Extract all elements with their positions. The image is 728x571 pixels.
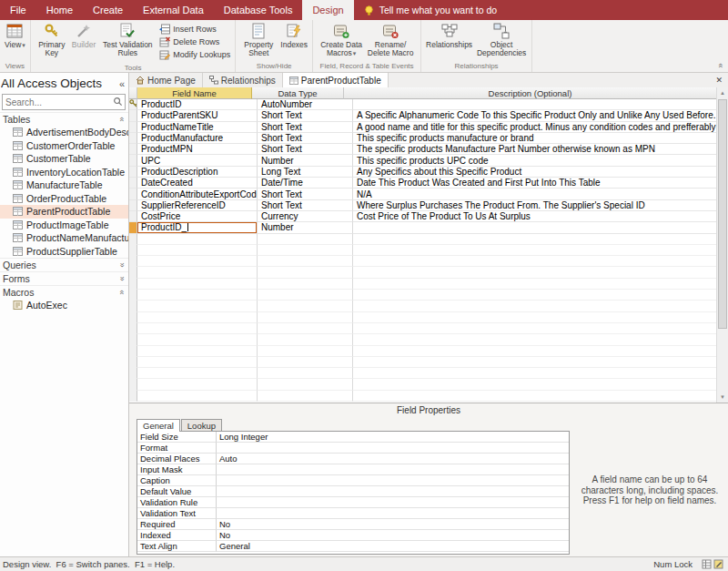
field-name-cell[interactable]: ProductDescription xyxy=(137,167,258,178)
description-cell[interactable] xyxy=(353,245,717,256)
row-selector[interactable] xyxy=(129,189,137,199)
field-name-cell[interactable]: ProductManufacture xyxy=(137,133,258,144)
property-value[interactable]: General xyxy=(217,541,569,552)
nav-section-forms[interactable]: Forms« xyxy=(0,271,128,285)
row-selector[interactable] xyxy=(129,167,137,178)
field-name-cell[interactable] xyxy=(137,279,258,290)
scrollbar-thumb[interactable] xyxy=(718,99,727,329)
row-selector[interactable] xyxy=(129,110,137,121)
field-name-cell[interactable]: ProductParentSKU xyxy=(137,110,258,121)
property-value[interactable]: Long Integer xyxy=(217,432,569,443)
description-cell[interactable]: Any Specifics about this Specific Produc… xyxy=(353,167,717,178)
description-cell[interactable] xyxy=(353,267,717,278)
tab-lookup[interactable]: Lookup xyxy=(181,419,222,432)
header-data-type[interactable]: Data Type xyxy=(252,87,344,99)
data-type-cell[interactable]: Short Text xyxy=(258,189,353,199)
ribbon-tab-design[interactable]: Design xyxy=(302,0,353,20)
ribbon-tab-file[interactable]: File xyxy=(0,0,36,20)
description-cell[interactable]: A Specific Alphanumeric Code To this Spe… xyxy=(353,110,717,121)
current-row-selector[interactable] xyxy=(129,222,137,233)
row-selector[interactable] xyxy=(129,155,137,166)
description-cell[interactable] xyxy=(353,301,717,311)
row-selector[interactable] xyxy=(129,279,137,290)
property-value[interactable] xyxy=(217,464,569,475)
nav-section-queries[interactable]: Queries« xyxy=(0,258,128,271)
row-selector[interactable] xyxy=(129,245,137,256)
description-cell[interactable]: Where Surplus Purchases The Product From… xyxy=(353,200,717,211)
property-row-decimal-places[interactable]: Decimal PlacesAuto xyxy=(137,454,569,464)
description-cell[interactable] xyxy=(353,279,717,290)
property-value[interactable]: Auto xyxy=(217,454,569,464)
header-field-name[interactable]: Field Name xyxy=(137,87,252,99)
row-selector[interactable] xyxy=(129,211,137,222)
field-name-cell[interactable] xyxy=(137,256,258,267)
nav-item-customertable[interactable]: CustomerTable xyxy=(0,152,128,166)
field-name-cell[interactable]: UPC xyxy=(137,155,258,166)
field-name-cell[interactable]: ProductID_ xyxy=(137,222,258,233)
doc-tab-home-page[interactable]: Home Page xyxy=(129,73,203,87)
scroll-up-icon[interactable]: ▲ xyxy=(717,87,728,98)
property-row-required[interactable]: RequiredNo xyxy=(137,519,569,530)
description-cell[interactable]: The specific products Manufacture Part N… xyxy=(353,144,717,155)
data-type-cell[interactable] xyxy=(258,357,353,368)
row-selector[interactable] xyxy=(129,133,137,144)
view-design-icon[interactable] xyxy=(713,559,723,569)
description-cell[interactable]: This specific products manufacture or br… xyxy=(353,133,717,144)
property-row-field-size[interactable]: Field SizeLong Integer xyxy=(137,432,569,443)
description-cell[interactable] xyxy=(353,391,717,402)
data-type-cell[interactable]: Short Text xyxy=(258,200,353,211)
field-name-cell[interactable]: DateCreated xyxy=(137,178,258,189)
data-type-cell[interactable] xyxy=(258,245,353,256)
data-type-cell[interactable] xyxy=(258,256,353,267)
field-name-cell[interactable] xyxy=(137,234,258,245)
description-cell[interactable]: This specific products UPC code xyxy=(353,155,717,166)
description-cell[interactable] xyxy=(353,222,717,233)
nav-item-productsuppliertable[interactable]: ProductSupplierTable xyxy=(0,245,128,259)
field-name-cell[interactable]: ProductNameTitle xyxy=(137,122,258,133)
data-type-cell[interactable]: Short Text xyxy=(258,122,353,133)
data-type-cell[interactable] xyxy=(258,323,353,334)
field-name-cell[interactable]: ConditionAttributeExportCode xyxy=(137,189,258,199)
property-value[interactable] xyxy=(217,508,569,519)
ribbon-tab-home[interactable]: Home xyxy=(36,0,83,20)
property-sheet-button[interactable]: Property Sheet xyxy=(238,21,278,61)
description-cell[interactable] xyxy=(353,357,717,368)
rename-delete-macro-button[interactable]: Rename/ Delete Macro xyxy=(365,21,416,61)
field-name-cell[interactable]: CostPrice xyxy=(137,211,258,222)
data-type-cell[interactable] xyxy=(258,290,353,301)
property-value[interactable] xyxy=(217,486,569,497)
description-cell[interactable] xyxy=(353,99,717,110)
field-name-cell[interactable] xyxy=(137,357,258,368)
modify-lookups-button[interactable]: Modify Lookups xyxy=(159,48,230,61)
description-cell[interactable] xyxy=(353,234,717,245)
field-name-cell[interactable] xyxy=(137,379,258,390)
data-type-cell[interactable] xyxy=(258,234,353,245)
property-row-validation-rule[interactable]: Validation Rule xyxy=(137,497,569,508)
nav-item-parentproducttable[interactable]: ParentProductTable xyxy=(0,205,128,219)
row-selector[interactable] xyxy=(129,301,137,311)
property-row-text-align[interactable]: Text AlignGeneral xyxy=(137,541,569,552)
test-validation-rules-button[interactable]: Test Validation Rules xyxy=(97,21,157,63)
field-name-cell[interactable] xyxy=(137,301,258,311)
nav-item-autoexec[interactable]: AutoExec xyxy=(0,299,128,312)
relationships-button[interactable]: Relationships xyxy=(424,21,474,61)
ribbon-tab-create[interactable]: Create xyxy=(83,0,133,20)
search-input[interactable] xyxy=(3,97,113,107)
data-type-cell[interactable] xyxy=(258,267,353,278)
property-row-validation-text[interactable]: Validation Text xyxy=(137,508,569,519)
property-value[interactable]: No xyxy=(217,530,569,541)
property-value[interactable] xyxy=(217,443,569,454)
close-tab-button[interactable]: ✕ xyxy=(710,73,728,87)
field-name-cell[interactable] xyxy=(137,391,258,402)
row-selector[interactable] xyxy=(129,357,137,368)
nav-item-inventorylocationtable[interactable]: InventoryLocationTable xyxy=(0,166,128,179)
property-row-caption[interactable]: Caption xyxy=(137,475,569,486)
header-description[interactable]: Description (Optional) xyxy=(344,87,717,99)
field-name-cell[interactable] xyxy=(137,368,258,379)
description-cell[interactable] xyxy=(353,312,717,323)
field-name-cell[interactable] xyxy=(137,245,258,256)
object-dependencies-button[interactable]: Object Dependencies xyxy=(474,21,529,61)
property-value[interactable]: No xyxy=(217,519,569,530)
data-type-cell[interactable] xyxy=(258,346,353,357)
row-selector[interactable] xyxy=(129,99,137,110)
